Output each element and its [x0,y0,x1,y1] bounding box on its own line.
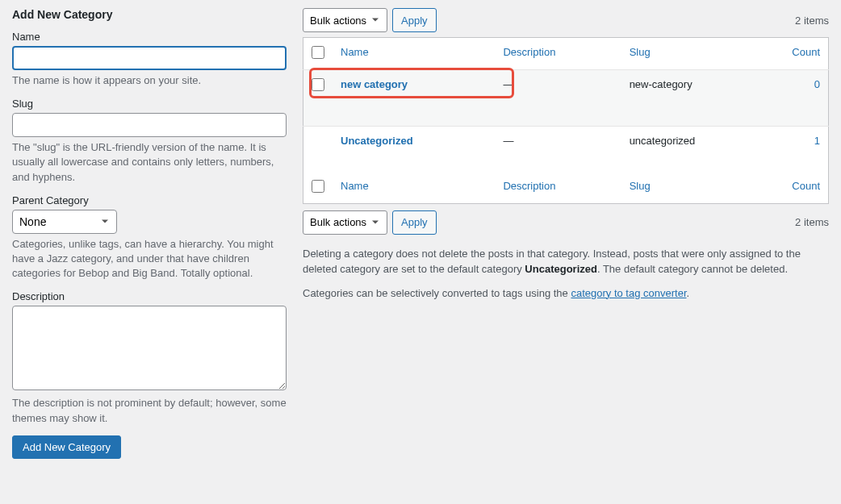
col-slug-bottom[interactable]: Slug [630,180,651,192]
category-tag-converter-link[interactable]: category to tag converter [571,287,686,299]
parent-help: Categories, unlike tags, can have a hier… [12,237,287,281]
items-count-bottom: 2 items [795,216,829,228]
bulk-actions-select-bottom[interactable]: Bulk actions [303,210,387,235]
row-count-link[interactable]: 1 [814,135,820,147]
description-label: Description [12,290,287,302]
select-all-bottom[interactable] [312,180,324,193]
name-label: Name [12,31,287,43]
col-description-top[interactable]: Description [503,46,555,58]
row-count-link[interactable]: 0 [814,78,820,90]
row-description: — [495,70,621,127]
col-description-bottom[interactable]: Description [503,180,555,192]
row-checkbox[interactable] [312,78,324,91]
table-row: Uncategorized — uncategorized 1 [303,127,829,172]
apply-button-top[interactable]: Apply [392,8,437,32]
slug-label: Slug [12,98,287,110]
row-slug: uncategorized [621,127,772,172]
name-help: The name is how it appears on your site. [12,73,287,88]
row-description: — [495,127,621,172]
form-heading: Add New Category [12,8,287,21]
apply-button-bottom[interactable]: Apply [392,210,437,235]
col-name-top[interactable]: Name [341,46,369,58]
add-category-button[interactable]: Add New Category [12,435,121,459]
bulk-actions-select-top[interactable]: Bulk actions [303,8,387,32]
delete-note: Deleting a category does not delete the … [303,246,829,277]
slug-help: The "slug" is the URL-friendly version o… [12,140,287,185]
items-count-top: 2 items [795,15,829,27]
slug-input[interactable] [12,113,287,137]
select-all-top[interactable] [312,46,324,59]
description-textarea[interactable] [12,306,287,390]
col-count-bottom[interactable]: Count [792,180,820,192]
col-slug-top[interactable]: Slug [630,46,651,58]
parent-label: Parent Category [12,194,287,206]
description-help: The description is not prominent by defa… [12,396,287,425]
row-name-link[interactable]: Uncategorized [341,135,413,147]
table-row: new category — new-category 0 [303,70,829,127]
col-name-bottom[interactable]: Name [341,180,369,192]
row-slug: new-category [621,70,772,127]
col-count-top[interactable]: Count [792,46,820,58]
convert-note: Categories can be selectively converted … [303,285,829,302]
parent-select[interactable]: None [12,210,117,234]
row-name-link[interactable]: new category [341,78,408,90]
name-input[interactable] [12,46,287,70]
